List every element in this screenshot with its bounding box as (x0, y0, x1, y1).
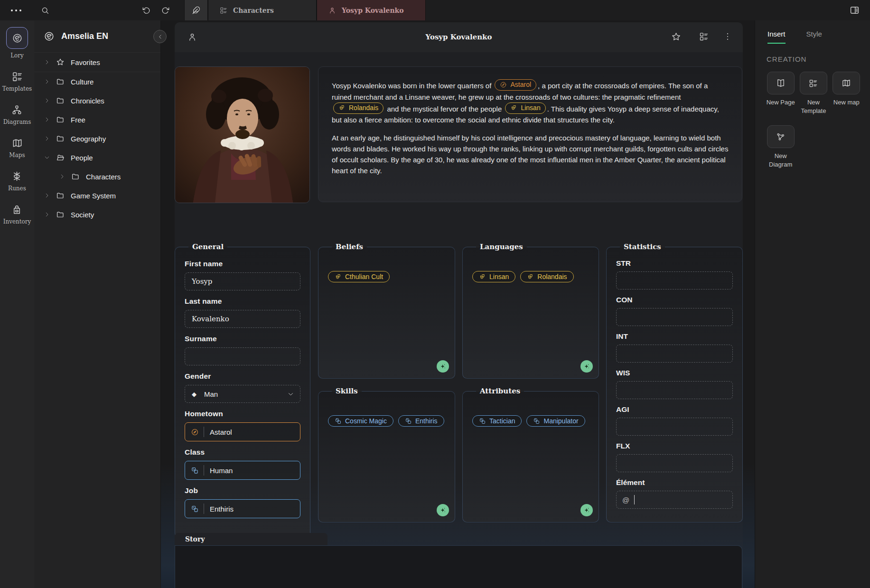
new-diagram-button[interactable]: New Diagram (766, 125, 795, 168)
job-value: Enthiris (210, 505, 234, 513)
job-field[interactable]: Enthiris (185, 499, 300, 518)
hometown-field[interactable]: Astarol (185, 422, 300, 441)
bio-text-block[interactable]: Yosyp Kovalenko was born in the lower qu… (318, 66, 742, 202)
page-title: Yosyp Kovalenko (175, 33, 743, 41)
tag-tactician[interactable]: Tactician (472, 415, 522, 427)
element-input[interactable]: @ (616, 491, 733, 509)
divider (204, 504, 204, 514)
undo-button[interactable] (139, 0, 154, 20)
chevron-right-icon[interactable] (44, 211, 50, 218)
folder-icon (56, 210, 65, 219)
rail-item-runes[interactable]: Runes (8, 171, 26, 192)
sidebar-item-society[interactable]: Society (34, 205, 160, 224)
ai-generate-button[interactable] (437, 504, 449, 516)
panel-statistics-legend: Statistics (620, 243, 665, 251)
chevron-down-icon[interactable] (44, 154, 50, 161)
character-portrait[interactable] (175, 66, 310, 203)
new-template-button[interactable]: New Template (798, 72, 828, 115)
sidebar-geography-label: Geography (71, 135, 106, 143)
tag-linsan[interactable]: Linsan (472, 271, 515, 282)
rail-item-diagrams[interactable]: Diagrams (3, 104, 31, 125)
stat-int-input[interactable] (616, 345, 733, 363)
stat-str-input[interactable] (616, 271, 733, 289)
ai-generate-button[interactable] (437, 360, 449, 373)
tab-characters[interactable]: Characters (208, 0, 317, 20)
shapes-icon (335, 418, 342, 425)
first-name-field[interactable]: Yosyp (185, 272, 300, 290)
chevron-right-icon[interactable] (59, 173, 65, 180)
favorite-button[interactable] (671, 32, 681, 42)
gender-select[interactable]: ◆ Man (185, 385, 300, 403)
template-button[interactable] (699, 32, 709, 41)
sidebar-item-geography[interactable]: Geography (34, 129, 160, 148)
sidebar-item-culture[interactable]: Culture (34, 72, 160, 91)
tab-yosyp-kovalenko[interactable]: Yosyp Kovalenko (317, 0, 426, 20)
rail-maps-label: Maps (9, 152, 25, 159)
mention-linsan[interactable]: Linsan (505, 103, 545, 114)
rail-item-inventory[interactable]: Inventory (3, 204, 31, 225)
rail-item-templates[interactable]: Templates (2, 71, 32, 92)
sidebar-item-chronicles[interactable]: Chronicles (34, 91, 160, 110)
rail-item-lory[interactable]: Lory (6, 27, 28, 59)
mention-astarol[interactable]: Astarol (495, 79, 536, 91)
sidebar-item-favorites[interactable]: Favorites (34, 53, 160, 72)
stat-wis-input[interactable] (616, 381, 733, 399)
shapes-icon (191, 505, 199, 513)
new-map-button[interactable]: New map (832, 72, 861, 115)
folder-icon (56, 191, 65, 200)
sidebar-item-free[interactable]: Free (34, 110, 160, 129)
sidebar-game-system-label: Game System (71, 192, 116, 200)
search-button[interactable] (38, 0, 52, 20)
divider (204, 465, 204, 476)
tab-style[interactable]: Style (806, 30, 822, 44)
tab-writer[interactable] (184, 0, 208, 20)
last-name-field[interactable]: Kovalenko (185, 310, 300, 328)
story-editor-area[interactable] (175, 545, 742, 588)
sidebar-item-game-system[interactable]: Game System (34, 186, 160, 205)
tag-rolandais[interactable]: Rolandais (520, 271, 573, 282)
window-menu-button[interactable] (8, 0, 25, 20)
workspace-name: Amselia EN (61, 31, 108, 41)
ai-generate-button[interactable] (580, 360, 593, 373)
sidebar-society-label: Society (71, 211, 94, 219)
story-section-tab[interactable]: Story (175, 533, 327, 545)
stat-agi-input[interactable] (616, 418, 733, 436)
tag-cthulian-cult[interactable]: Cthulian Cult (328, 271, 390, 282)
document-header: Yosyp Kovalenko (175, 22, 743, 52)
story-legend: Story (185, 535, 205, 543)
more-options-button[interactable] (723, 32, 732, 41)
chevron-right-icon[interactable] (44, 192, 50, 199)
folder-icon (71, 172, 80, 181)
sidebar-collapse-button[interactable] (153, 30, 167, 43)
tab-characters-label: Characters (233, 7, 274, 14)
sidebar-item-characters[interactable]: Characters (34, 167, 160, 186)
sidebar-free-label: Free (71, 116, 85, 124)
tag-manipulator[interactable]: Manipulator (526, 415, 585, 427)
stat-flx-label: FLX (616, 442, 733, 450)
ai-generate-button[interactable] (580, 504, 593, 516)
mention-rolandais[interactable]: Rolandais (333, 103, 384, 114)
class-value: Human (210, 467, 233, 475)
tab-insert[interactable]: Insert (767, 30, 786, 44)
redo-button[interactable] (158, 0, 173, 20)
rail-diagrams-label: Diagrams (3, 119, 31, 125)
rail-lory-label: Lory (10, 52, 24, 59)
stat-flx-input[interactable] (616, 454, 733, 472)
chevron-right-icon[interactable] (44, 97, 50, 104)
stat-con-input[interactable] (616, 308, 733, 326)
chevron-right-icon[interactable] (44, 116, 50, 123)
document-area: Yosyp Kovalenko (175, 20, 743, 588)
toggle-right-panel-button[interactable] (846, 0, 862, 20)
tag-cosmic-magic[interactable]: Cosmic Magic (328, 415, 393, 427)
chevron-right-icon[interactable] (44, 78, 50, 85)
chevron-right-icon[interactable] (44, 135, 50, 142)
tab-yosyp-label: Yosyp Kovalenko (342, 7, 404, 14)
rail-item-maps[interactable]: Maps (9, 138, 25, 159)
class-field[interactable]: Human (185, 461, 300, 480)
surname-field[interactable] (185, 347, 300, 365)
chevron-right-icon[interactable] (44, 59, 50, 65)
sidebar-item-people[interactable]: People (34, 148, 160, 167)
element-label: Élément (616, 478, 733, 487)
new-page-button[interactable]: New Page (766, 72, 795, 115)
tag-enthiris[interactable]: Enthiris (398, 415, 444, 427)
